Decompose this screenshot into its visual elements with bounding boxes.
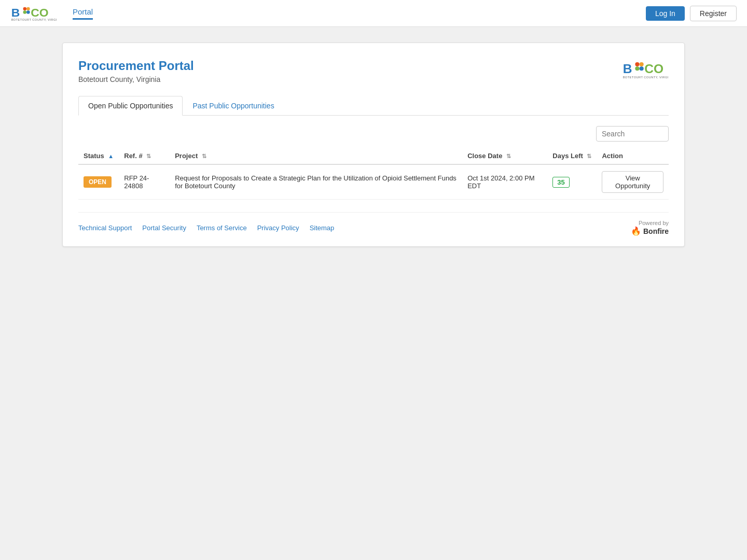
svg-point-11 xyxy=(640,66,644,71)
search-input[interactable] xyxy=(596,126,669,142)
col-project[interactable]: Project ⇅ xyxy=(170,148,462,164)
cell-days-left: 35 xyxy=(547,164,597,200)
login-button[interactable]: Log In xyxy=(646,6,685,21)
table-body: OPEN RFP 24-24808 Request for Proposals … xyxy=(78,164,669,200)
footer-link[interactable]: Technical Support xyxy=(78,224,132,232)
sort-icon-close-date: ⇅ xyxy=(506,153,511,160)
cell-status: OPEN xyxy=(78,164,119,200)
sort-icon-ref: ⇅ xyxy=(146,153,151,160)
svg-point-4 xyxy=(26,10,30,14)
top-navigation: B CO BOTETOURT COUNTY, VIRGINIA Portal L… xyxy=(0,0,747,27)
svg-point-10 xyxy=(635,66,639,71)
powered-by-area: Powered by 🔥 Bonfire xyxy=(631,220,669,236)
bonfire-icon: 🔥 xyxy=(631,226,641,236)
nav-right: Log In Register xyxy=(646,6,737,21)
footer-links: Technical SupportPortal SecurityTerms of… xyxy=(78,224,334,232)
col-days-left[interactable]: Days Left ⇅ xyxy=(547,148,597,164)
opportunities-table: Status ▲ Ref. # ⇅ Project ⇅ Close Date ⇅ xyxy=(78,148,669,200)
table-row: OPEN RFP 24-24808 Request for Proposals … xyxy=(78,164,669,200)
table-toolbar xyxy=(78,126,669,142)
view-opportunity-button[interactable]: View Opportunity xyxy=(602,171,663,193)
status-badge: OPEN xyxy=(84,176,112,188)
svg-text:B: B xyxy=(623,62,632,76)
county-logo-area: B CO BOTETOURT COUNTY, VIRGINIA xyxy=(622,59,669,83)
footer-link[interactable]: Portal Security xyxy=(142,224,186,232)
cell-close-date: Oct 1st 2024, 2:00 PM EDT xyxy=(462,164,547,200)
footer-link[interactable]: Sitemap xyxy=(310,224,335,232)
table-header: Status ▲ Ref. # ⇅ Project ⇅ Close Date ⇅ xyxy=(78,148,669,164)
portal-footer: Technical SupportPortal SecurityTerms of… xyxy=(78,212,669,236)
cell-action: View Opportunity xyxy=(597,164,669,200)
svg-point-9 xyxy=(640,62,644,66)
svg-text:B: B xyxy=(11,5,20,19)
portal-subtitle: Botetourt County, Virginia xyxy=(78,75,194,83)
sort-icon-project: ⇅ xyxy=(202,153,206,160)
svg-point-2 xyxy=(26,7,30,10)
svg-point-8 xyxy=(635,62,639,66)
portal-title-area: Procurement Portal Botetourt County, Vir… xyxy=(78,59,194,83)
footer-link[interactable]: Terms of Service xyxy=(197,224,247,232)
site-logo: B CO BOTETOURT COUNTY, VIRGINIA xyxy=(10,4,57,23)
svg-point-1 xyxy=(23,7,27,10)
svg-text:CO: CO xyxy=(31,5,48,19)
days-left-badge: 35 xyxy=(552,177,569,188)
col-action: Action xyxy=(597,148,669,164)
svg-point-3 xyxy=(23,10,27,14)
svg-text:BOTETOURT COUNTY, VIRGINIA: BOTETOURT COUNTY, VIRGINIA xyxy=(11,18,57,21)
svg-text:CO: CO xyxy=(644,62,663,76)
portal-card: Procurement Portal Botetourt County, Vir… xyxy=(62,43,685,247)
col-ref[interactable]: Ref. # ⇅ xyxy=(119,148,170,164)
table-header-row: Status ▲ Ref. # ⇅ Project ⇅ Close Date ⇅ xyxy=(78,148,669,164)
tab-bar: Open Public Opportunities Past Public Op… xyxy=(78,96,669,116)
tab-past-opportunities[interactable]: Past Public Opportunities xyxy=(183,96,284,116)
powered-by-label: Powered by xyxy=(631,220,669,226)
sort-icon-days-left: ⇅ xyxy=(587,153,591,160)
main-content: Procurement Portal Botetourt County, Vir… xyxy=(0,27,747,262)
footer-link[interactable]: Privacy Policy xyxy=(257,224,299,232)
nav-left: B CO BOTETOURT COUNTY, VIRGINIA Portal xyxy=(10,4,93,23)
bonfire-brand: 🔥 Bonfire xyxy=(631,226,669,236)
boco-logo-svg: B CO BOTETOURT COUNTY, VIRGINIA xyxy=(10,4,57,23)
cell-ref: RFP 24-24808 xyxy=(119,164,170,200)
portal-title: Procurement Portal xyxy=(78,59,194,73)
portal-header: Procurement Portal Botetourt County, Vir… xyxy=(78,59,669,83)
county-logo-large: B CO BOTETOURT COUNTY, VIRGINIA xyxy=(622,59,669,82)
tab-open-opportunities[interactable]: Open Public Opportunities xyxy=(78,96,183,116)
svg-text:BOTETOURT COUNTY, VIRGINIA: BOTETOURT COUNTY, VIRGINIA xyxy=(623,76,669,79)
col-status[interactable]: Status ▲ xyxy=(78,148,119,164)
portal-nav-link[interactable]: Portal xyxy=(73,7,93,20)
sort-icon-status: ▲ xyxy=(108,153,114,159)
cell-project: Request for Proposals to Create a Strate… xyxy=(170,164,462,200)
register-button[interactable]: Register xyxy=(690,6,737,21)
col-close-date[interactable]: Close Date ⇅ xyxy=(462,148,547,164)
